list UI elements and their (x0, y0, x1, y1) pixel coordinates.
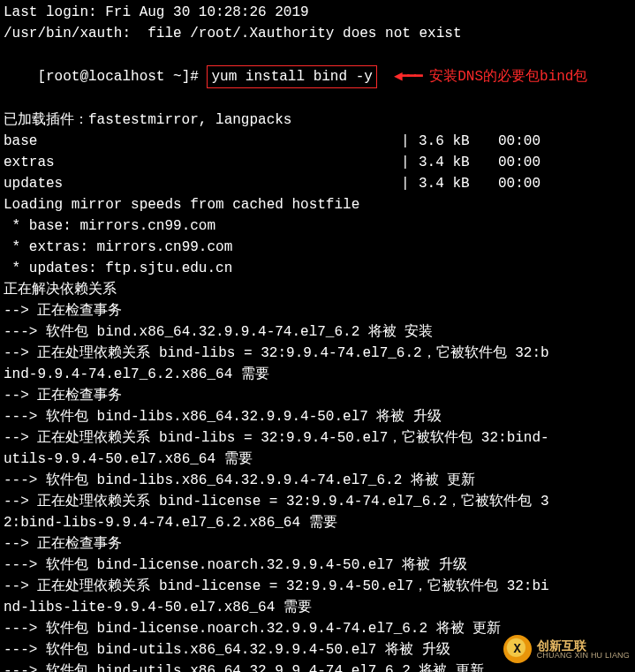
loaded-plugins-line: 已加载插件：fastestmirror, langpacks (4, 109, 631, 131)
repo-time: 00:00 (498, 173, 578, 194)
repo-row: updates | 3.4 kB 00:00 (4, 173, 631, 194)
log-line: --> 正在处理依赖关系 bind-libs = 32:9.9.4-74.el7… (4, 343, 631, 364)
log-line: 正在解决依赖关系 (4, 279, 631, 300)
watermark: X 创新互联 CHUANG XIN HU LIANG (503, 635, 630, 663)
log-line: ---> 软件包 bind-libs.x86_64.32.9.9.4-50.el… (4, 406, 631, 427)
repo-row: extras | 3.4 kB 00:00 (4, 152, 631, 173)
command-text[interactable]: yum install bind -y (211, 69, 372, 85)
repo-name: base (4, 131, 401, 152)
repo-size: 3.4 kB (419, 152, 498, 173)
shell-prompt: [root@localhost ~]# (37, 69, 207, 85)
mirror-loading-line: Loading mirror speeds from cached hostfi… (4, 194, 631, 215)
terminal-output: Last login: Fri Aug 30 10:28:26 2019 /us… (4, 2, 631, 672)
log-line: ---> 软件包 bind-libs.x86_64.32.9.9.4-74.el… (4, 470, 631, 491)
annotation-text: 安装DNS的必要包bind包 (429, 69, 587, 85)
log-line: --> 正在检查事务 (4, 385, 631, 406)
repo-table: base | 3.6 kB 00:00 extras | 3.4 kB 00:0… (4, 131, 631, 194)
repo-size: 3.4 kB (419, 173, 498, 194)
log-line: ---> 软件包 bind.x86_64.32.9.9.4-74.el7_6.2… (4, 321, 631, 343)
repo-sep: | (401, 152, 419, 173)
xauth-line: /usr/bin/xauth: file /root/.Xauthority d… (4, 23, 631, 44)
repo-sep: | (401, 131, 419, 152)
watermark-text: 创新互联 CHUANG XIN HU LIANG (537, 639, 630, 660)
log-line: --> 正在检查事务 (4, 533, 631, 555)
mirror-line: * extras: mirrors.cn99.com (4, 237, 631, 258)
command-highlight-box: yum install bind -y (207, 65, 376, 88)
log-line: ind-9.9.4-74.el7_6.2.x86_64 需要 (4, 364, 631, 385)
log-line: utils-9.9.4-50.el7.x86_64 需要 (4, 449, 631, 470)
watermark-cn: 创新互联 (537, 639, 630, 652)
last-login-line: Last login: Fri Aug 30 10:28:26 2019 (4, 2, 631, 23)
log-line: ---> 软件包 bind-license.noarch.32.9.9.4-50… (4, 555, 631, 576)
repo-name: extras (4, 152, 401, 173)
mirror-line: * base: mirrors.cn99.com (4, 215, 631, 237)
log-line: nd-libs-lite-9.9.4-50.el7.x86_64 需要 (4, 597, 631, 618)
repo-time: 00:00 (498, 131, 578, 152)
repo-row: base | 3.6 kB 00:00 (4, 131, 631, 152)
repo-name: updates (4, 173, 401, 194)
log-line: --> 正在处理依赖关系 bind-license = 32:9.9.4-50.… (4, 576, 631, 597)
repo-sep: | (401, 173, 419, 194)
log-line: --> 正在检查事务 (4, 300, 631, 321)
log-line: --> 正在处理依赖关系 bind-license = 32:9.9.4-74.… (4, 491, 631, 512)
repo-time: 00:00 (498, 152, 578, 173)
log-line: --> 正在处理依赖关系 bind-libs = 32:9.9.4-50.el7… (4, 427, 631, 449)
command-line: [root@localhost ~]# yum install bind -y … (4, 44, 631, 109)
log-line: 2:bind-libs-9.9.4-74.el7_6.2.x86_64 需要 (4, 512, 631, 533)
watermark-en: CHUANG XIN HU LIANG (537, 652, 630, 660)
mirror-line: * updates: ftp.sjtu.edu.cn (4, 258, 631, 279)
watermark-icon: X (503, 635, 532, 663)
annotation-arrow: ◀━━━ (394, 69, 421, 85)
repo-size: 3.6 kB (419, 131, 498, 152)
